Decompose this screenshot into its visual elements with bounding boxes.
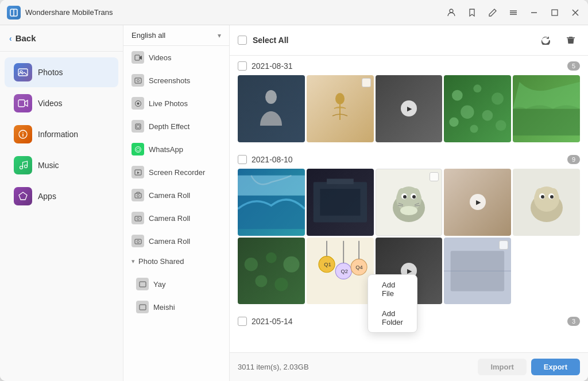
photo-checkbox[interactable] [499,240,508,250]
export-button[interactable]: Export [531,359,580,375]
middle-item-camera-roll-2[interactable]: Camera Roll [123,207,229,230]
photo-shared-header[interactable]: ▾ Photo Shared [123,252,229,270]
middle-item-yay[interactable]: Yay [123,273,229,296]
photo-cell[interactable] [376,169,443,236]
information-label: Information [38,130,78,139]
photos-icon [14,63,32,81]
photo-checkbox[interactable] [362,78,371,87]
maximize-button[interactable] [549,7,560,18]
svg-point-42 [461,106,474,119]
sidebar-nav: Photos Videos Information [0,52,123,381]
photo-cell[interactable] [513,75,580,142]
svg-text:Q1: Q1 [324,262,331,267]
sidebar: ‹ Back Photos Videos [0,25,123,381]
photo-cell[interactable] [238,75,305,142]
screen-recorder-label: Screen Recorder [149,168,205,177]
meishi-icon [136,301,149,313]
meishi-label: Meishi [153,303,175,312]
photo-cell[interactable] [307,169,374,236]
svg-rect-51 [320,189,360,216]
date-header-left-1: 2021-08-31 [238,61,293,71]
device-selector[interactable]: English all ▾ [123,25,229,46]
photo-cell[interactable] [444,169,511,236]
photo-grid-2 [238,169,580,236]
photo-cell[interactable] [238,169,305,236]
middle-item-live-photos[interactable]: Live Photos [123,92,229,115]
svg-point-78 [274,278,288,291]
date-1-label: 2021-08-31 [252,61,293,71]
minimize-button[interactable] [528,7,540,18]
back-button[interactable]: ‹ Back [0,25,123,52]
camera-roll-1-label: Camera Roll [149,191,190,200]
middle-item-videos[interactable]: Videos [123,46,229,69]
middle-item-whatsapp[interactable]: WhatsApp [123,138,229,161]
sidebar-item-apps[interactable]: Apps [5,181,118,211]
svg-point-16 [20,166,23,169]
svg-point-73 [550,195,554,199]
close-button[interactable] [570,7,581,18]
middle-item-meishi[interactable]: Meishi [123,296,229,318]
bottom-actions: Import Export [478,359,580,375]
svg-rect-47 [513,108,580,135]
svg-point-44 [450,118,459,127]
main-layout: ‹ Back Photos Videos [0,25,588,381]
photo-shared-label: Photo Shared [138,257,184,266]
date-2-checkbox[interactable] [238,155,247,164]
user-icon[interactable] [446,7,457,18]
sidebar-item-photos[interactable]: Photos [5,57,118,87]
sidebar-item-videos[interactable]: Videos [5,88,118,118]
photo-shared-arrow: ▾ [131,258,135,265]
refresh-button[interactable] [536,31,555,49]
device-selector-chevron: ▾ [218,32,221,40]
screenshots-label: Screenshots [149,76,190,85]
middle-item-camera-roll-1[interactable]: Camera Roll [123,184,229,207]
photo-cell[interactable]: Q1 Q2 Q4 [307,238,374,305]
middle-item-depth-effect[interactable]: Depth Effect [123,115,229,138]
edit-icon[interactable] [487,7,498,18]
middle-item-screen-recorder[interactable]: Screen Recorder [123,161,229,184]
middle-item-screenshots[interactable]: Screenshots [123,69,229,92]
date-header-1: 2021-08-31 5 [238,56,580,75]
svg-point-72 [541,195,544,199]
camera-roll-3-label: Camera Roll [149,237,190,246]
photo-cell[interactable] [238,238,305,305]
svg-rect-24 [136,124,141,129]
photo-cell[interactable] [444,75,511,142]
photo-checkbox[interactable] [430,172,439,181]
screen-recorder-icon [131,166,144,178]
app-title: Wondershare MobileTrans [25,8,446,17]
date-header-left-2: 2021-08-10 [238,155,293,164]
sidebar-item-information[interactable]: Information [5,119,118,149]
camera-roll-1-icon [131,189,144,201]
menu-icon[interactable] [508,7,519,18]
svg-point-60 [412,195,416,199]
photo-content [238,238,305,305]
photo-cell[interactable] [513,169,580,236]
add-file-item[interactable]: Add File [368,275,417,304]
play-button[interactable] [470,194,486,210]
date-3-checkbox[interactable] [238,317,247,326]
photo-cell[interactable] [307,75,374,142]
music-icon [14,156,32,174]
photo-grid-1 [238,75,580,142]
camera-roll-2-label: Camera Roll [149,214,190,223]
app-icon [7,6,21,20]
svg-point-29 [137,195,139,197]
empty-cell [513,238,580,305]
content-toolbar: Select All [230,25,588,56]
sidebar-item-music[interactable]: Music [5,150,118,180]
context-menu: Add File Add Folder [368,274,417,333]
middle-item-camera-roll-3[interactable]: Camera Roll [123,230,229,252]
back-chevron: ‹ [9,34,12,43]
date-1-checkbox[interactable] [238,61,247,71]
photo-cell[interactable] [376,75,443,142]
delete-button[interactable] [562,31,580,49]
photo-cell[interactable] [444,238,511,305]
date-header-2: 2021-08-10 9 [238,149,580,169]
import-button[interactable]: Import [478,359,526,375]
bookmark-icon[interactable] [466,7,478,18]
select-all-checkbox[interactable] [238,36,247,45]
add-folder-item[interactable]: Add Folder [368,304,417,332]
svg-point-26 [135,146,141,152]
play-button[interactable] [401,100,417,116]
